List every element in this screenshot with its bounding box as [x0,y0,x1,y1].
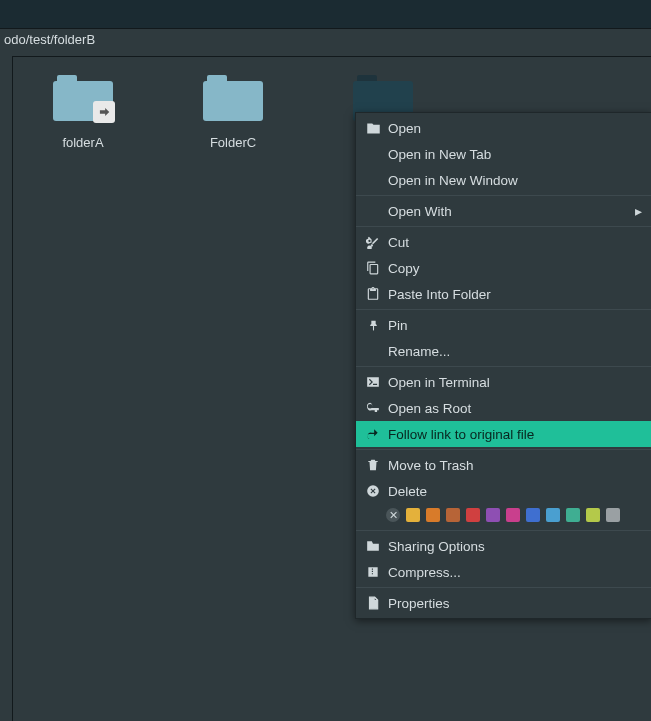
color-swatch[interactable] [526,508,540,522]
menu-label: Sharing Options [388,539,642,554]
context-menu: Open Open in New Tab Open in New Window … [355,112,651,619]
window-titlebar [0,0,651,29]
color-swatch[interactable] [406,508,420,522]
menu-label: Open [388,121,642,136]
menu-open-new-tab[interactable]: Open in New Tab [356,141,651,167]
color-swatch[interactable] [606,508,620,522]
menu-delete[interactable]: Delete [356,478,651,504]
color-tag-row: ✕ [356,504,651,528]
copy-icon [364,259,382,277]
menu-open-with[interactable]: Open With ▸ [356,198,651,224]
menu-sharing[interactable]: Sharing Options [356,533,651,559]
color-clear[interactable]: ✕ [386,508,400,522]
menu-pin[interactable]: Pin [356,312,651,338]
submenu-arrow-icon: ▸ [635,203,642,219]
folder-open-icon [364,119,382,137]
trash-icon [364,456,382,474]
menu-label: Paste Into Folder [388,287,642,302]
menu-copy[interactable]: Copy [356,255,651,281]
menu-follow-link[interactable]: Follow link to original file [356,421,651,447]
menu-cut[interactable]: Cut [356,229,651,255]
folder-icon [203,75,263,121]
menu-label: Compress... [388,565,642,580]
terminal-icon [364,373,382,391]
menu-separator [356,449,651,450]
menu-open-terminal[interactable]: Open in Terminal [356,369,651,395]
paste-icon [364,285,382,303]
folder-icon [53,75,113,121]
menu-open[interactable]: Open [356,115,651,141]
menu-label: Open in New Window [388,173,642,188]
menu-move-trash[interactable]: Move to Trash [356,452,651,478]
menu-rename[interactable]: Rename... [356,338,651,364]
color-swatch[interactable] [486,508,500,522]
color-swatch[interactable] [506,508,520,522]
menu-label: Open in New Tab [388,147,642,162]
menu-label: Follow link to original file [388,427,642,442]
menu-separator [356,226,651,227]
menu-label: Rename... [388,344,642,359]
compress-icon [364,563,382,581]
menu-open-root[interactable]: Open as Root [356,395,651,421]
file-label: FolderC [210,135,256,150]
share-icon [364,537,382,555]
delete-icon [364,482,382,500]
menu-label: Open With [388,204,635,219]
menu-label: Open in Terminal [388,375,642,390]
color-swatch[interactable] [546,508,560,522]
menu-separator [356,195,651,196]
file-item-folderC[interactable]: FolderC [193,75,273,152]
color-swatch[interactable] [586,508,600,522]
menu-label: Properties [388,596,642,611]
menu-compress[interactable]: Compress... [356,559,651,585]
menu-label: Move to Trash [388,458,642,473]
properties-icon [364,594,382,612]
file-label: folderA [62,135,103,150]
menu-label: Pin [388,318,642,333]
menu-separator [356,530,651,531]
menu-separator [356,366,651,367]
menu-label: Open as Root [388,401,642,416]
menu-separator [356,309,651,310]
key-icon [364,399,382,417]
color-swatch[interactable] [446,508,460,522]
menu-open-new-window[interactable]: Open in New Window [356,167,651,193]
color-swatch[interactable] [426,508,440,522]
cut-icon [364,233,382,251]
color-swatch[interactable] [466,508,480,522]
color-swatch[interactable] [566,508,580,522]
file-item-folderA[interactable]: folderA [43,75,123,152]
menu-label: Copy [388,261,642,276]
symlink-badge-icon [93,101,115,123]
menu-separator [356,587,651,588]
menu-paste-into[interactable]: Paste Into Folder [356,281,651,307]
follow-link-icon [364,425,382,443]
path-breadcrumb[interactable]: odo/test/folderB [0,29,651,51]
menu-label: Cut [388,235,642,250]
menu-properties[interactable]: Properties [356,590,651,616]
menu-label: Delete [388,484,642,499]
pin-icon [364,316,382,334]
